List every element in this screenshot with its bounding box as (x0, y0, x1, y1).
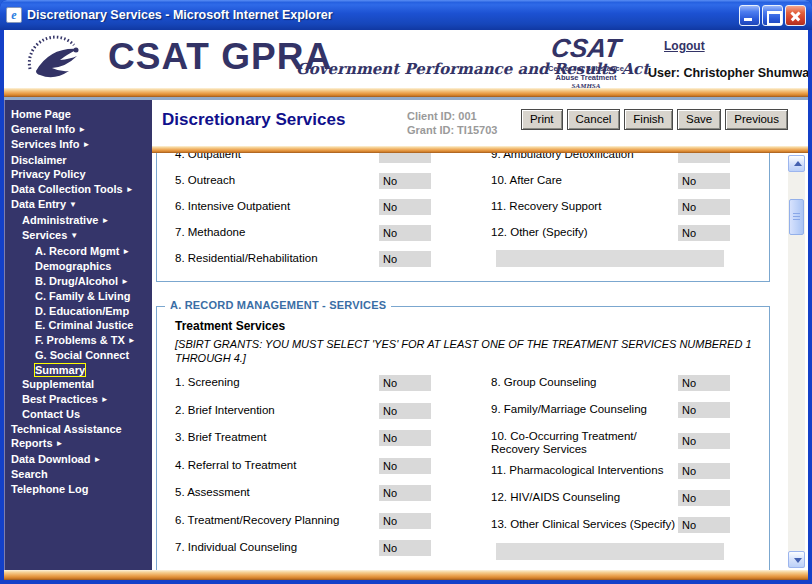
chevron-right-icon: ► (101, 395, 109, 404)
sidebar-item-data-entry[interactable]: Data Entry▼ (5, 197, 152, 213)
sidebar-item-reports[interactable]: Reports► (5, 436, 152, 452)
minimize-button[interactable] (739, 5, 760, 26)
chevron-right-icon: ► (56, 439, 64, 448)
previous-button[interactable]: Previous (725, 109, 788, 130)
form-content: 4. Outpatient5. OutreachNo6. Intensive O… (152, 153, 784, 570)
sidebar-item-summary[interactable]: Summary (5, 363, 152, 378)
logout-link[interactable]: Logout (664, 39, 705, 53)
sidebar-item-supplemental[interactable]: Supplemental (5, 377, 152, 392)
sidebar-item-label: Privacy Policy (11, 168, 86, 180)
chevron-right-icon: ► (126, 185, 134, 194)
field-value-4-outpatient[interactable] (379, 153, 431, 163)
sidebar-item-c-family-living[interactable]: C. Family & Living (5, 289, 152, 304)
sidebar-item-privacy-policy[interactable]: Privacy Policy (5, 167, 152, 182)
field-value-3-brief-treatment[interactable]: No (379, 430, 431, 446)
toolbar-buttons: PrintCancelFinishSavePrevious (521, 109, 788, 130)
form-row: 9. Family/Marriage CounselingNo (491, 398, 769, 425)
field-value-6-intensive-outpatient[interactable]: No (379, 199, 431, 215)
sidebar-item-home-page[interactable]: Home Page (5, 107, 152, 122)
sidebar-item-label: B. Drug/Alcohol (35, 275, 118, 287)
form-row: 7. MethadoneNo (157, 221, 491, 247)
sidebar-item-disclaimer[interactable]: Disclaimer (5, 153, 152, 168)
maximize-button[interactable] (762, 5, 783, 26)
sidebar-item-f-problems-tx[interactable]: F. Problems & TX► (5, 333, 152, 349)
field-value-5-outreach[interactable]: No (379, 173, 431, 189)
sidebar-item-label: Disclaimer (11, 154, 67, 166)
client-id: Client ID: 001 (407, 109, 497, 123)
scroll-down-button[interactable] (788, 551, 805, 568)
chevron-down-icon: ▼ (70, 231, 78, 240)
sidebar-item-data-collection-tools[interactable]: Data Collection Tools► (5, 182, 152, 198)
sidebar-item-g-social-connect[interactable]: G. Social Connect (5, 348, 152, 363)
field-label: 8. Residential/Rehabilitation (175, 252, 318, 264)
field-value-7-individual-counseling[interactable]: No (379, 540, 431, 556)
field-label: 1. Screening (175, 376, 240, 388)
field-value-9-ambulatory-detoxification[interactable] (678, 153, 730, 163)
field-value-12-other-specify[interactable]: No (678, 225, 730, 241)
sidebar-item-best-practices[interactable]: Best Practices► (5, 392, 152, 408)
field-value-10-after-care[interactable]: No (678, 173, 730, 189)
field-value-11-pharmacological-interventions[interactable]: No (678, 463, 730, 479)
sidebar-item-demographics[interactable]: Demographics (5, 259, 152, 274)
form-row: 5. AssessmentNo (157, 481, 491, 509)
field-value-4-referral-to-treatment[interactable]: No (379, 458, 431, 474)
form-row: 10. Co-Occurring Treatment/ Recovery Ser… (491, 425, 769, 459)
form-row: 5. OutreachNo (157, 169, 491, 195)
sbirt-note: [SBIRT GRANTS: YOU MUST SELECT 'YES' FOR… (175, 337, 753, 365)
field-value-7-methadone[interactable]: No (379, 225, 431, 241)
field-value-12-hiv-aids-counseling[interactable]: No (678, 490, 730, 506)
chevron-down-icon: ▼ (69, 200, 77, 209)
sidebar-item-technical-assistance[interactable]: Technical Assistance (5, 422, 152, 437)
field-value-9-family-marriage-counseling[interactable]: No (678, 402, 730, 418)
field-value-6-treatment-recovery-planning[interactable]: No (379, 513, 431, 529)
form-row: 13. Other Clinical Services (Specify)No (491, 513, 769, 540)
sidebar-item-data-download[interactable]: Data Download► (5, 452, 152, 468)
field-value-13-other-clinical-services-specify[interactable]: No (678, 517, 730, 533)
sidebar-item-label: Data Download (11, 453, 90, 465)
chevron-right-icon: ► (82, 140, 90, 149)
form-row: 3. Brief TreatmentNo (157, 426, 491, 454)
sidebar-item-label: D. Education/Emp (35, 305, 129, 317)
field-value-10-co-occurring-treatment-recovery-services[interactable]: No (678, 433, 730, 449)
field-value-11-recovery-support[interactable]: No (678, 199, 730, 215)
sidebar-item-search[interactable]: Search (5, 467, 152, 482)
close-button[interactable] (785, 5, 806, 26)
sidebar-item-a-record-mgmt[interactable]: A. Record Mgmt► (5, 244, 152, 260)
save-button[interactable]: Save (677, 109, 721, 130)
field-value-8-residential-rehabilitation[interactable]: No (379, 251, 431, 267)
finish-button[interactable]: Finish (624, 109, 673, 130)
sidebar-item-b-drug-alcohol[interactable]: B. Drug/Alcohol► (5, 274, 152, 290)
field-value-5-assessment[interactable]: No (379, 485, 431, 501)
specify-input[interactable] (496, 543, 724, 560)
sidebar-item-telephone-log[interactable]: Telephone Log (5, 482, 152, 497)
chevron-right-icon: ► (122, 247, 130, 256)
field-label: 11. Recovery Support (491, 200, 676, 213)
sidebar-item-contact-us[interactable]: Contact Us (5, 407, 152, 422)
scrollbar-track[interactable] (788, 155, 805, 568)
sidebar-item-general-info[interactable]: General Info► (5, 122, 152, 138)
field-value-8-group-counseling[interactable]: No (678, 375, 730, 391)
sidebar-item-d-education-emp[interactable]: D. Education/Emp (5, 304, 152, 319)
specify-input[interactable] (496, 250, 724, 267)
sidebar-item-services[interactable]: Services▼ (5, 228, 152, 244)
form-row: 11. Recovery SupportNo (491, 195, 769, 221)
sidebar-item-e-criminal-justice[interactable]: E. Criminal Justice (5, 318, 152, 333)
scrollbar-thumb[interactable] (789, 199, 804, 235)
scroll-up-button[interactable] (788, 155, 805, 172)
field-label: 12. Other (Specify) (491, 226, 676, 239)
print-button[interactable]: Print (521, 109, 563, 130)
field-value-1-screening[interactable]: No (379, 375, 431, 391)
field-label: 6. Treatment/Recovery Planning (175, 514, 339, 526)
divider (4, 88, 808, 97)
field-value-2-brief-intervention[interactable]: No (379, 403, 431, 419)
field-label: 13. Other Clinical Services (Specify) (491, 518, 676, 531)
field-label: 10. Co-Occurring Treatment/ Recovery Ser… (491, 430, 676, 456)
sidebar-item-label: Best Practices (22, 393, 98, 405)
modality-section: 4. Outpatient5. OutreachNo6. Intensive O… (156, 153, 770, 282)
specify-row (491, 540, 769, 562)
sidebar-item-services-info[interactable]: Services Info► (5, 137, 152, 153)
sidebar-item-administrative[interactable]: Administrative► (5, 213, 152, 229)
field-label: 6. Intensive Outpatient (175, 200, 290, 212)
field-label: 10. After Care (491, 174, 676, 187)
cancel-button[interactable]: Cancel (567, 109, 621, 130)
